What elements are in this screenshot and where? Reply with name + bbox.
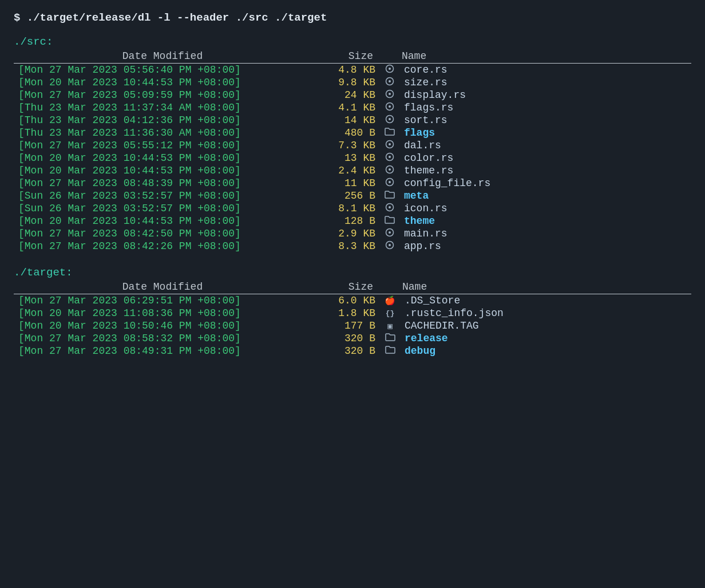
name-cell: sort.rs xyxy=(399,114,691,127)
src-date-header: Date Modified xyxy=(14,49,311,64)
date-cell: [Mon 27 Mar 2023 08:42:50 PM +08:00] xyxy=(14,227,311,240)
date-cell: [Mon 20 Mar 2023 10:44:53 PM +08:00] xyxy=(14,164,311,177)
terminal-window: $ ./target/release/dl -l --header ./src … xyxy=(14,11,691,357)
src-size-header: Size xyxy=(311,49,380,64)
file-icon xyxy=(380,76,399,89)
size-cell: 1.8 KB xyxy=(311,307,380,319)
table-row: [Thu 23 Mar 2023 11:37:34 AM +08:00]4.1 … xyxy=(14,101,691,114)
prompt: $ xyxy=(14,11,20,24)
section-divider xyxy=(14,252,691,262)
size-cell: 177 B xyxy=(311,319,380,332)
date-cell: [Mon 20 Mar 2023 10:44:53 PM +08:00] xyxy=(14,215,311,227)
name-cell: core.rs xyxy=(399,64,691,77)
file-icon xyxy=(380,177,399,190)
size-cell: 2.4 KB xyxy=(311,164,380,177)
size-cell: 480 B xyxy=(311,127,380,139)
command-text: ./target/release/dl -l --header ./src ./… xyxy=(27,11,327,24)
table-row: [Mon 20 Mar 2023 10:44:53 PM +08:00]13 K… xyxy=(14,152,691,164)
date-cell: [Mon 27 Mar 2023 06:29:51 PM +08:00] xyxy=(14,294,311,307)
file-icon xyxy=(380,332,400,345)
name-cell: flags xyxy=(399,127,691,139)
file-icon xyxy=(380,127,399,139)
svg-point-21 xyxy=(389,231,391,234)
target-icon-header xyxy=(380,280,400,294)
file-icon xyxy=(380,164,399,177)
target-date-header: Date Modified xyxy=(14,280,311,294)
name-cell: flags.rs xyxy=(399,101,691,114)
name-cell: debug xyxy=(400,345,691,357)
size-cell: 13 KB xyxy=(311,152,380,164)
date-cell: [Thu 23 Mar 2023 11:37:34 AM +08:00] xyxy=(14,101,311,114)
size-cell: 8.1 KB xyxy=(311,202,380,215)
table-row: [Thu 23 Mar 2023 04:12:36 PM +08:00]14 K… xyxy=(14,114,691,127)
date-cell: [Thu 23 Mar 2023 11:36:30 AM +08:00] xyxy=(14,127,311,139)
size-cell: 6.0 KB xyxy=(311,294,380,307)
file-icon xyxy=(380,202,399,215)
table-row: [Sun 26 Mar 2023 03:52:57 PM +08:00]256 … xyxy=(14,190,691,202)
svg-point-9 xyxy=(389,118,391,120)
table-row: [Sun 26 Mar 2023 03:52:57 PM +08:00]8.1 … xyxy=(14,202,691,215)
date-cell: [Thu 23 Mar 2023 04:12:36 PM +08:00] xyxy=(14,114,311,127)
src-table: Date Modified Size Name [Mon 27 Mar 2023… xyxy=(14,49,691,252)
target-size-header: Size xyxy=(311,280,380,294)
svg-point-3 xyxy=(389,80,391,82)
src-icon-header xyxy=(380,49,399,64)
date-cell: [Mon 27 Mar 2023 08:48:39 PM +08:00] xyxy=(14,177,311,190)
name-cell: size.rs xyxy=(399,76,691,89)
table-row: [Mon 27 Mar 2023 05:56:40 PM +08:00]4.8 … xyxy=(14,64,691,77)
file-icon xyxy=(380,227,399,240)
size-cell: 4.8 KB xyxy=(311,64,380,77)
svg-point-13 xyxy=(389,156,391,158)
file-icon xyxy=(380,114,399,127)
svg-point-23 xyxy=(389,244,391,246)
svg-point-19 xyxy=(389,206,391,208)
size-cell: 24 KB xyxy=(311,89,380,101)
name-cell: display.rs xyxy=(399,89,691,101)
file-icon xyxy=(380,215,399,227)
src-name-header: Name xyxy=(399,49,691,64)
size-cell: 128 B xyxy=(311,215,380,227)
date-cell: [Mon 20 Mar 2023 10:44:53 PM +08:00] xyxy=(14,152,311,164)
date-cell: [Mon 20 Mar 2023 11:08:36 PM +08:00] xyxy=(14,307,311,319)
file-icon: 🍎 xyxy=(380,294,400,307)
svg-point-5 xyxy=(389,93,391,95)
table-row: [Mon 27 Mar 2023 06:29:51 PM +08:00]6.0 … xyxy=(14,294,691,307)
table-row: [Mon 27 Mar 2023 08:58:32 PM +08:00]320 … xyxy=(14,332,691,345)
table-row: [Mon 27 Mar 2023 08:48:39 PM +08:00]11 K… xyxy=(14,177,691,190)
file-icon xyxy=(380,64,399,77)
date-cell: [Mon 20 Mar 2023 10:50:46 PM +08:00] xyxy=(14,319,311,332)
table-row: [Mon 27 Mar 2023 08:42:50 PM +08:00]2.9 … xyxy=(14,227,691,240)
size-cell: 8.3 KB xyxy=(311,240,380,252)
name-cell: color.rs xyxy=(399,152,691,164)
table-row: [Mon 27 Mar 2023 05:09:59 PM +08:00]24 K… xyxy=(14,89,691,101)
name-cell: theme.rs xyxy=(399,164,691,177)
target-section-header: ./target: xyxy=(14,266,691,279)
name-cell: .rustc_info.json xyxy=(400,307,691,319)
size-cell: 11 KB xyxy=(311,177,380,190)
table-row: [Mon 27 Mar 2023 05:55:12 PM +08:00]7.3 … xyxy=(14,139,691,152)
file-icon xyxy=(380,152,399,164)
svg-point-17 xyxy=(389,181,391,183)
file-icon: ▣ xyxy=(380,319,400,332)
svg-point-7 xyxy=(389,105,391,108)
name-cell: meta xyxy=(399,190,691,202)
size-cell: 4.1 KB xyxy=(311,101,380,114)
table-row: [Mon 20 Mar 2023 11:08:36 PM +08:00]1.8 … xyxy=(14,307,691,319)
date-cell: [Mon 27 Mar 2023 08:42:26 PM +08:00] xyxy=(14,240,311,252)
target-name-header: Name xyxy=(400,280,691,294)
file-icon xyxy=(380,240,399,252)
command-line: $ ./target/release/dl -l --header ./src … xyxy=(14,11,691,24)
date-cell: [Mon 27 Mar 2023 05:56:40 PM +08:00] xyxy=(14,64,311,77)
size-cell: 2.9 KB xyxy=(311,227,380,240)
size-cell: 320 B xyxy=(311,345,380,357)
name-cell: CACHEDIR.TAG xyxy=(400,319,691,332)
file-icon xyxy=(380,139,399,152)
size-cell: 14 KB xyxy=(311,114,380,127)
svg-point-15 xyxy=(389,168,391,171)
date-cell: [Mon 27 Mar 2023 05:55:12 PM +08:00] xyxy=(14,139,311,152)
file-icon xyxy=(380,190,399,202)
file-icon xyxy=(380,345,400,357)
target-table: Date Modified Size Name [Mon 27 Mar 2023… xyxy=(14,280,691,357)
table-row: [Thu 23 Mar 2023 11:36:30 AM +08:00]480 … xyxy=(14,127,691,139)
name-cell: icon.rs xyxy=(399,202,691,215)
